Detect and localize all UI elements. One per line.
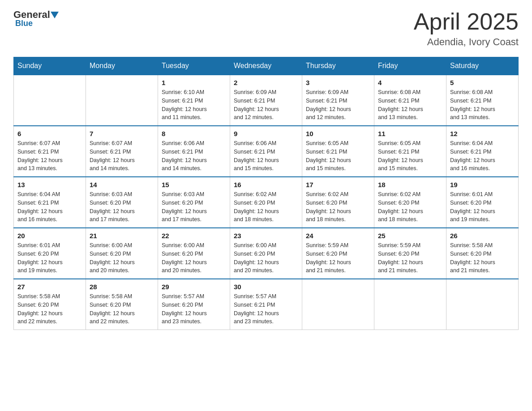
calendar-cell: 27Sunrise: 5:58 AMSunset: 6:20 PMDayligh… xyxy=(14,279,86,330)
day-info: Sunrise: 5:58 AMSunset: 6:20 PMDaylight:… xyxy=(450,241,515,275)
weekday-header-row: SundayMondayTuesdayWednesdayThursdayFrid… xyxy=(14,57,519,75)
calendar-cell xyxy=(374,279,446,330)
day-info: Sunrise: 6:07 AMSunset: 6:21 PMDaylight:… xyxy=(90,139,154,173)
calendar-cell: 6Sunrise: 6:07 AMSunset: 6:21 PMDaylight… xyxy=(14,126,86,177)
day-number: 1 xyxy=(162,79,226,86)
calendar-cell: 21Sunrise: 6:00 AMSunset: 6:20 PMDayligh… xyxy=(86,228,158,279)
calendar-cell: 1Sunrise: 6:10 AMSunset: 6:21 PMDaylight… xyxy=(158,75,230,126)
day-number: 7 xyxy=(90,130,154,137)
day-number: 28 xyxy=(90,283,154,291)
calendar-cell: 4Sunrise: 6:08 AMSunset: 6:21 PMDaylight… xyxy=(374,75,446,126)
day-info: Sunrise: 6:04 AMSunset: 6:21 PMDaylight:… xyxy=(17,190,82,224)
day-number: 4 xyxy=(378,79,442,86)
day-info: Sunrise: 6:09 AMSunset: 6:21 PMDaylight:… xyxy=(306,88,370,122)
calendar-cell xyxy=(302,279,374,330)
day-number: 15 xyxy=(162,181,226,188)
calendar-cell: 13Sunrise: 6:04 AMSunset: 6:21 PMDayligh… xyxy=(14,177,86,228)
calendar-week-4: 20Sunrise: 6:01 AMSunset: 6:20 PMDayligh… xyxy=(14,228,519,279)
weekday-header-wednesday: Wednesday xyxy=(230,57,302,75)
calendar-cell: 25Sunrise: 5:59 AMSunset: 6:20 PMDayligh… xyxy=(374,228,446,279)
weekday-header-friday: Friday xyxy=(374,57,446,75)
weekday-header-monday: Monday xyxy=(86,57,158,75)
calendar-cell: 5Sunrise: 6:08 AMSunset: 6:21 PMDaylight… xyxy=(446,75,519,126)
day-info: Sunrise: 5:59 AMSunset: 6:20 PMDaylight:… xyxy=(378,241,442,275)
day-info: Sunrise: 6:02 AMSunset: 6:20 PMDaylight:… xyxy=(378,190,442,224)
day-number: 11 xyxy=(378,130,442,137)
calendar-cell: 20Sunrise: 6:01 AMSunset: 6:20 PMDayligh… xyxy=(14,228,86,279)
location-text: Adendia, Ivory Coast xyxy=(414,36,519,48)
calendar-cell: 11Sunrise: 6:05 AMSunset: 6:21 PMDayligh… xyxy=(374,126,446,177)
calendar-cell: 10Sunrise: 6:05 AMSunset: 6:21 PMDayligh… xyxy=(302,126,374,177)
calendar-cell xyxy=(86,75,158,126)
day-info: Sunrise: 6:10 AMSunset: 6:21 PMDaylight:… xyxy=(162,88,226,122)
calendar-cell: 9Sunrise: 6:06 AMSunset: 6:21 PMDaylight… xyxy=(230,126,302,177)
logo-triangle-icon xyxy=(51,12,59,18)
calendar-cell: 12Sunrise: 6:04 AMSunset: 6:21 PMDayligh… xyxy=(446,126,519,177)
day-info: Sunrise: 6:00 AMSunset: 6:20 PMDaylight:… xyxy=(162,241,226,275)
day-number: 8 xyxy=(162,130,226,137)
calendar-cell: 16Sunrise: 6:02 AMSunset: 6:20 PMDayligh… xyxy=(230,177,302,228)
page-header: General Blue April 2025 Adendia, Ivory C… xyxy=(13,9,519,48)
calendar-week-2: 6Sunrise: 6:07 AMSunset: 6:21 PMDaylight… xyxy=(14,126,519,177)
day-info: Sunrise: 6:08 AMSunset: 6:21 PMDaylight:… xyxy=(450,88,515,122)
calendar-cell: 14Sunrise: 6:03 AMSunset: 6:20 PMDayligh… xyxy=(86,177,158,228)
day-number: 6 xyxy=(17,130,82,137)
day-number: 23 xyxy=(234,232,298,240)
calendar-table: SundayMondayTuesdayWednesdayThursdayFrid… xyxy=(13,57,519,330)
weekday-header-tuesday: Tuesday xyxy=(158,57,230,75)
month-title: April 2025 xyxy=(414,9,519,34)
day-info: Sunrise: 6:06 AMSunset: 6:21 PMDaylight:… xyxy=(162,139,226,173)
calendar-cell: 19Sunrise: 6:01 AMSunset: 6:20 PMDayligh… xyxy=(446,177,519,228)
calendar-cell xyxy=(14,75,86,126)
day-info: Sunrise: 6:00 AMSunset: 6:20 PMDaylight:… xyxy=(234,241,298,275)
calendar-cell: 23Sunrise: 6:00 AMSunset: 6:20 PMDayligh… xyxy=(230,228,302,279)
calendar-cell: 2Sunrise: 6:09 AMSunset: 6:21 PMDaylight… xyxy=(230,75,302,126)
day-number: 13 xyxy=(17,181,82,188)
calendar-cell: 28Sunrise: 5:58 AMSunset: 6:20 PMDayligh… xyxy=(86,279,158,330)
day-info: Sunrise: 5:59 AMSunset: 6:20 PMDaylight:… xyxy=(306,241,370,275)
day-info: Sunrise: 6:02 AMSunset: 6:20 PMDaylight:… xyxy=(234,190,298,224)
day-info: Sunrise: 6:09 AMSunset: 6:21 PMDaylight:… xyxy=(234,88,298,122)
day-number: 14 xyxy=(90,181,154,188)
day-number: 20 xyxy=(17,232,82,240)
day-number: 27 xyxy=(17,283,82,291)
day-number: 22 xyxy=(162,232,226,240)
day-number: 24 xyxy=(306,232,370,240)
day-info: Sunrise: 6:03 AMSunset: 6:20 PMDaylight:… xyxy=(162,190,226,224)
day-info: Sunrise: 6:01 AMSunset: 6:20 PMDaylight:… xyxy=(17,241,82,275)
day-number: 26 xyxy=(450,232,515,240)
calendar-week-3: 13Sunrise: 6:04 AMSunset: 6:21 PMDayligh… xyxy=(14,177,519,228)
day-info: Sunrise: 6:06 AMSunset: 6:21 PMDaylight:… xyxy=(234,139,298,173)
logo: General Blue xyxy=(13,9,59,28)
weekday-header-thursday: Thursday xyxy=(302,57,374,75)
day-info: Sunrise: 5:57 AMSunset: 6:21 PMDaylight:… xyxy=(234,292,298,326)
calendar-cell: 15Sunrise: 6:03 AMSunset: 6:20 PMDayligh… xyxy=(158,177,230,228)
day-info: Sunrise: 6:08 AMSunset: 6:21 PMDaylight:… xyxy=(378,88,442,122)
calendar-header: SundayMondayTuesdayWednesdayThursdayFrid… xyxy=(14,57,519,75)
day-number: 17 xyxy=(306,181,370,188)
calendar-cell: 26Sunrise: 5:58 AMSunset: 6:20 PMDayligh… xyxy=(446,228,519,279)
day-info: Sunrise: 6:01 AMSunset: 6:20 PMDaylight:… xyxy=(450,190,515,224)
weekday-header-sunday: Sunday xyxy=(14,57,86,75)
day-info: Sunrise: 6:02 AMSunset: 6:20 PMDaylight:… xyxy=(306,190,370,224)
day-number: 18 xyxy=(378,181,442,188)
day-number: 9 xyxy=(234,130,298,137)
calendar-cell: 8Sunrise: 6:06 AMSunset: 6:21 PMDaylight… xyxy=(158,126,230,177)
day-number: 19 xyxy=(450,181,515,188)
day-info: Sunrise: 5:58 AMSunset: 6:20 PMDaylight:… xyxy=(17,292,82,326)
calendar-cell: 18Sunrise: 6:02 AMSunset: 6:20 PMDayligh… xyxy=(374,177,446,228)
day-info: Sunrise: 6:04 AMSunset: 6:21 PMDaylight:… xyxy=(450,139,515,173)
day-info: Sunrise: 6:00 AMSunset: 6:20 PMDaylight:… xyxy=(90,241,154,275)
calendar-week-5: 27Sunrise: 5:58 AMSunset: 6:20 PMDayligh… xyxy=(14,279,519,330)
calendar-cell: 3Sunrise: 6:09 AMSunset: 6:21 PMDaylight… xyxy=(302,75,374,126)
calendar-cell: 29Sunrise: 5:57 AMSunset: 6:20 PMDayligh… xyxy=(158,279,230,330)
day-info: Sunrise: 6:05 AMSunset: 6:21 PMDaylight:… xyxy=(378,139,442,173)
calendar-cell xyxy=(446,279,519,330)
calendar-cell: 24Sunrise: 5:59 AMSunset: 6:20 PMDayligh… xyxy=(302,228,374,279)
calendar-cell: 30Sunrise: 5:57 AMSunset: 6:21 PMDayligh… xyxy=(230,279,302,330)
day-number: 25 xyxy=(378,232,442,240)
calendar-cell: 22Sunrise: 6:00 AMSunset: 6:20 PMDayligh… xyxy=(158,228,230,279)
day-number: 3 xyxy=(306,79,370,86)
day-info: Sunrise: 5:58 AMSunset: 6:20 PMDaylight:… xyxy=(90,292,154,326)
day-info: Sunrise: 5:57 AMSunset: 6:20 PMDaylight:… xyxy=(162,292,226,326)
